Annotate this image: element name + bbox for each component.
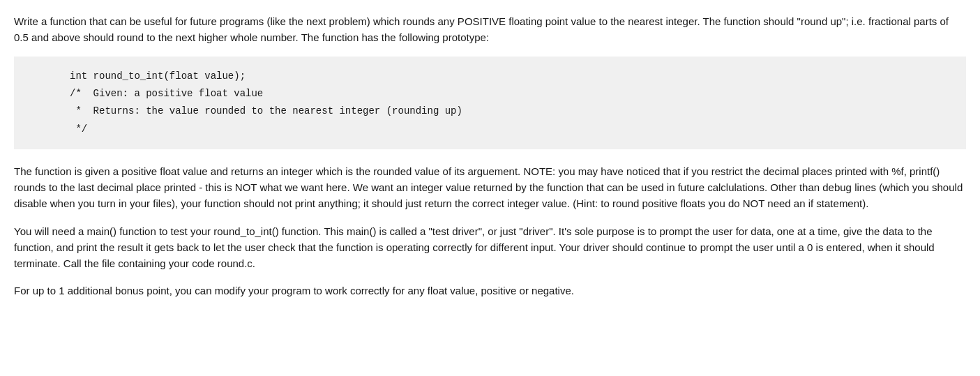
code-line-2: /* Given: a positive float value xyxy=(70,88,263,99)
paragraph-1: The function is given a positive float v… xyxy=(14,163,966,212)
code-block: int round_to_int(float value); /* Given:… xyxy=(14,57,966,149)
code-line-1: int round_to_int(float value); xyxy=(70,70,246,82)
paragraph-3: For up to 1 additional bonus point, you … xyxy=(14,283,966,299)
code-line-4: */ xyxy=(70,123,87,135)
code-line-3: * Returns: the value rounded to the near… xyxy=(70,105,462,116)
paragraph-2: You will need a main() function to test … xyxy=(14,223,966,272)
intro-paragraph: Write a function that can be useful for … xyxy=(14,14,966,45)
